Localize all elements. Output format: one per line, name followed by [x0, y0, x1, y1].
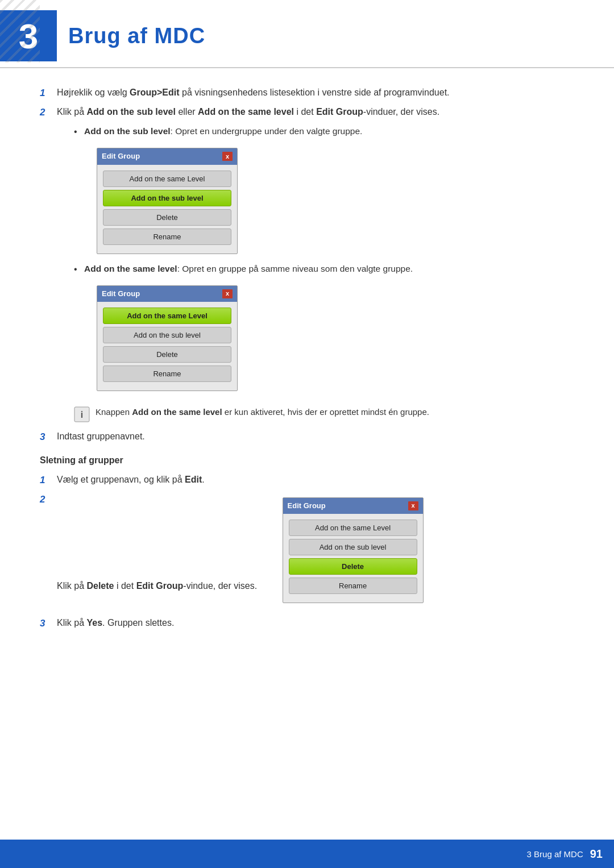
delete-step-2-text: Klik på Delete i det Edit Group-vindue, …: [57, 580, 260, 590]
delete-step-2: 2 Klik på Delete i det Edit Group-vindue…: [40, 492, 574, 612]
step-1-text: Højreklik og vælg Group>Edit på visnings…: [57, 88, 450, 97]
step-2-bold3: Edit Group: [316, 107, 363, 117]
delete-step-3-text: Klik på Yes. Gruppen slettes.: [57, 618, 174, 628]
section-delete-heading: Sletning af grupper: [40, 455, 574, 466]
delete-step-1-bold: Edit: [185, 475, 202, 484]
page-footer: 3 Brug af MDC 91: [0, 840, 614, 868]
delete-step-2-bold1: Delete: [86, 580, 114, 590]
edit-group-dialog-2: Edit Group x Add on the same Level Add o…: [97, 285, 238, 392]
dialog-2-titlebar: Edit Group x: [97, 286, 237, 302]
step-2-bold2: Add on the same level: [198, 107, 294, 117]
main-content: 1 Højreklik og vælg Group>Edit på visnin…: [0, 85, 614, 682]
dialog-3-title: Edit Group: [288, 500, 326, 512]
delete-step-2-bold2: Edit Group: [136, 580, 184, 590]
dialog-1-close[interactable]: x: [222, 152, 233, 161]
dialog-1-btn-rename[interactable]: Rename: [103, 229, 231, 245]
dialog-3-btn-sub-level[interactable]: Add on the sub level: [289, 539, 417, 555]
step-2-bold1: Add on the sub level: [86, 107, 175, 117]
delete-step-1-text: Vælg et gruppenavn, og klik på Edit.: [57, 475, 205, 484]
delete-step-3-number: 3: [40, 616, 45, 631]
delete-steps: 1 Vælg et gruppenavn, og klik på Edit. 2…: [40, 472, 574, 630]
note-box: i Knappen Add on the same level er kun a…: [74, 406, 574, 422]
footer-label: 3 Brug af MDC: [527, 849, 583, 859]
note-icon: i: [74, 406, 90, 422]
dialog-2-title: Edit Group: [102, 288, 140, 300]
dialog-3-btn-rename[interactable]: Rename: [289, 578, 417, 594]
note-bold: Add on the same level: [132, 407, 222, 417]
bullet-item-1: Add on the sub level: Opret en undergrup…: [74, 124, 574, 139]
bullet-item-2: Add on the same level: Opret en gruppe p…: [74, 262, 574, 276]
dialog-wrapper-3: Edit Group x Add on the same Level Add o…: [283, 497, 424, 604]
edit-group-dialog-1: Edit Group x Add on the same Level Add o…: [97, 148, 238, 254]
dialog-wrapper-1: Edit Group x Add on the same Level Add o…: [97, 148, 238, 254]
step-1-bold1: Group>Edit: [130, 88, 180, 97]
stripe-decoration: [0, 0, 40, 63]
footer-page-number: 91: [590, 848, 603, 861]
delete-step-1: 1 Vælg et gruppenavn, og klik på Edit.: [40, 472, 574, 487]
dialog-1-btn-delete[interactable]: Delete: [103, 209, 231, 226]
bullet-2-bold: Add on the same level: [84, 264, 177, 273]
dialog-2-close[interactable]: x: [222, 289, 233, 298]
dialog-3-close[interactable]: x: [408, 501, 418, 510]
delete-step-2-number: 2: [40, 492, 45, 507]
bullet-1-bold: Add on the sub level: [84, 126, 171, 136]
svg-text:i: i: [81, 410, 83, 420]
delete-step-3: 3 Klik på Yes. Gruppen slettes.: [40, 616, 574, 630]
step-2-number: 2: [40, 105, 45, 120]
dialog-2-btn-rename[interactable]: Rename: [103, 366, 231, 382]
dialog-3-btn-same-level[interactable]: Add on the same Level: [289, 520, 417, 536]
dialog-1-titlebar: Edit Group x: [97, 148, 237, 165]
bullet-section-1: Add on the sub level: Opret en undergrup…: [74, 124, 574, 399]
step-3: 3 Indtast gruppenavnet.: [40, 429, 574, 444]
step-2-text: Klik på Add on the sub level eller Add o…: [57, 107, 439, 117]
delete-step-1-number: 1: [40, 472, 45, 488]
dialog-3-titlebar: Edit Group x: [283, 498, 423, 514]
chapter-title: Brug af MDC: [68, 24, 205, 48]
dialog-2-btn-sub-level[interactable]: Add on the sub level: [103, 327, 231, 343]
step-1: 1 Højreklik og vælg Group>Edit på visnin…: [40, 85, 574, 100]
step-3-text: Indtast gruppenavnet.: [57, 431, 145, 441]
note-text: Knappen Add on the same level er kun akt…: [96, 406, 429, 419]
dialog-2-btn-delete[interactable]: Delete: [103, 346, 231, 363]
dialog-wrapper-2: Edit Group x Add on the same Level Add o…: [97, 285, 238, 392]
dialog-1-btn-sub-level[interactable]: Add on the sub level: [103, 190, 231, 206]
delete-step-3-bold: Yes: [86, 618, 102, 628]
step-1-number: 1: [40, 85, 45, 101]
dialog-3-btn-delete[interactable]: Delete: [289, 558, 417, 575]
chapter-header: 3 Brug af MDC: [0, 0, 614, 68]
step-3-number: 3: [40, 429, 45, 445]
dialog-1-title: Edit Group: [102, 151, 140, 163]
dialog-1-btn-same-level[interactable]: Add on the same Level: [103, 171, 231, 187]
step-2: 2 Klik på Add on the sub level eller Add…: [40, 105, 574, 423]
edit-group-dialog-3: Edit Group x Add on the same Level Add o…: [283, 497, 424, 604]
dialog-2-btn-same-level[interactable]: Add on the same Level: [103, 308, 231, 324]
